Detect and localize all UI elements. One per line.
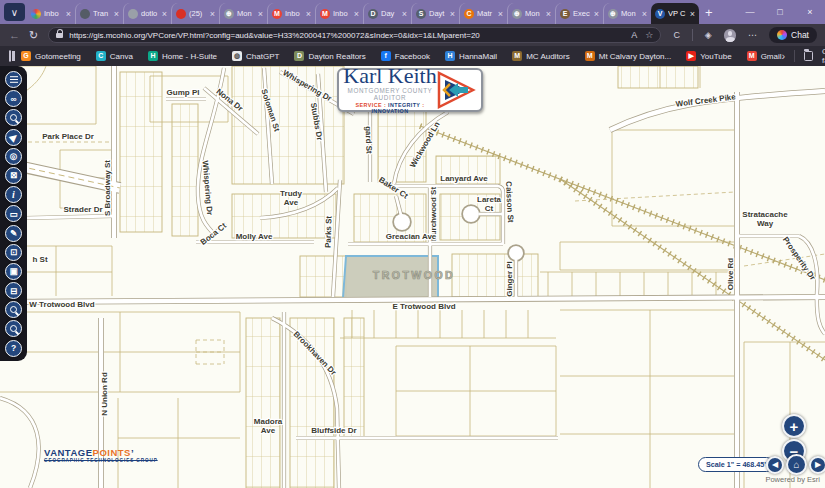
browser-tab-12[interactable]: EExec×	[555, 3, 603, 24]
back-icon[interactable]: ←	[9, 29, 20, 41]
browser-tab-strip: ∨ Inbo×Tran×dotlo×(25)×⊕Mon×MInbo×MInbo×…	[0, 0, 825, 24]
url-text[interactable]: https://gis.mcohio.org/VPCore/VP.html?co…	[69, 31, 623, 40]
tab-favicon: E	[560, 9, 570, 19]
refresh-icon[interactable]: ↻	[29, 29, 38, 42]
bookmark-mt-calvary-dayton[interactable]: MMt Calvary Dayton...	[585, 51, 671, 61]
bookmark-youtube[interactable]: ▶YouTube	[686, 51, 731, 61]
bookmark-gotomeeting[interactable]: GGotomeeting	[21, 51, 81, 61]
tab-close-icon[interactable]: ×	[162, 9, 167, 19]
tab-favicon: V	[655, 9, 665, 19]
tab-close-icon[interactable]: ×	[306, 9, 311, 19]
tab-close-icon[interactable]: ×	[594, 9, 599, 19]
folder-icon	[804, 51, 813, 61]
tool-locate[interactable]: ◎	[5, 148, 22, 165]
bookmark-facebook[interactable]: fFacebook	[381, 51, 430, 61]
tab-close-icon[interactable]: ×	[66, 9, 71, 19]
address-bar[interactable]: https://gis.mcohio.org/VPCore/VP.html?co…	[48, 27, 661, 43]
street-label: Gump Pl	[167, 88, 200, 97]
sidebar-toggle-icon[interactable]	[9, 50, 11, 62]
map-canvas[interactable]: Gump PlNona DrSoloman StWhispering DrStu…	[0, 66, 825, 488]
bookmark-favicon: M	[585, 51, 595, 61]
bookmark-canva[interactable]: CCanva	[96, 51, 133, 61]
powered-by-esri: Powered by Esri	[765, 475, 820, 484]
more-menu-icon[interactable]: ⋯	[748, 30, 757, 40]
bookmark-dayton-realtors[interactable]: DDayton Realtors	[294, 51, 365, 61]
profile-avatar[interactable]	[724, 29, 736, 42]
tool-query[interactable]	[5, 301, 22, 318]
tab-close-icon[interactable]: ×	[210, 9, 215, 19]
bookmarks-divider	[794, 50, 795, 62]
tab-close-icon[interactable]: ×	[498, 9, 503, 19]
browser-tab-4[interactable]: (25)×	[171, 3, 219, 24]
bookmarks-overflow-chevron[interactable]: ›	[782, 50, 786, 62]
zoom-in-button[interactable]: +	[782, 414, 806, 438]
browser-tab-9[interactable]: SDayt×	[411, 3, 459, 24]
vantage-brand-b: POINTS	[93, 447, 131, 458]
collections-icon[interactable]: ◈	[705, 30, 712, 40]
bookmark-favicon: D	[294, 51, 304, 61]
tool-measure[interactable]: ▭	[5, 205, 22, 222]
tool-help[interactable]: ?	[5, 340, 22, 357]
tool-info[interactable]: i	[5, 186, 22, 203]
logo-text: Karl Keith MONTGOMERY COUNTY AUDITOR SER…	[343, 66, 437, 114]
tool-print[interactable]: ⊟	[5, 282, 22, 299]
home-extent-button[interactable]: ⌂	[786, 454, 807, 475]
bookmark-label: YouTube	[700, 52, 731, 61]
browser-tab-7[interactable]: MInbo×	[315, 3, 363, 24]
browser-tab-3[interactable]: dotlo×	[123, 3, 171, 24]
browser-tab-6[interactable]: MInbo×	[267, 3, 315, 24]
close-button[interactable]: ×	[795, 7, 825, 17]
restore-button[interactable]: □	[765, 7, 795, 17]
tool-select[interactable]: ⊡	[5, 244, 22, 261]
street-label: StratacacheWay	[742, 210, 788, 228]
browser-tab-14[interactable]: VVP C×	[651, 3, 699, 24]
tool-binoculars-find[interactable]: ∞	[5, 90, 22, 107]
bookmark-mc-auditors[interactable]: MMC Auditors	[512, 51, 570, 61]
previous-extent-button[interactable]: ◀	[766, 456, 784, 474]
browser-essentials-icon[interactable]: C	[673, 30, 680, 40]
chat-label: Chat	[791, 30, 809, 40]
bookmark-gmail[interactable]: MGmail	[747, 51, 782, 61]
bookmark-label: Canva	[110, 52, 133, 61]
bookmark-favicon: M	[747, 51, 757, 61]
window-controls: — □ ×	[735, 0, 825, 24]
street-label: Park Place Dr	[42, 132, 94, 141]
browser-tab-2[interactable]: Tran×	[75, 3, 123, 24]
new-tab-button[interactable]: +	[705, 5, 713, 20]
tab-close-icon[interactable]: ×	[546, 9, 551, 19]
street-label: h St	[32, 255, 47, 264]
browser-tab-10[interactable]: CMatr×	[459, 3, 507, 24]
record-search-magnifier-icon	[10, 325, 17, 332]
tab-close-icon[interactable]: ×	[354, 9, 359, 19]
bookmark-home-h-suite[interactable]: HHome - H-Suite	[148, 51, 217, 61]
tool-pan[interactable]: ▶	[5, 129, 22, 146]
tab-search-button[interactable]: ∨	[4, 3, 25, 21]
tool-record-search[interactable]	[5, 320, 22, 337]
read-aloud-icon[interactable]: A	[631, 30, 637, 40]
bookmark-chatgpt[interactable]: ◍ChatGPT	[232, 51, 279, 61]
browser-tab-1[interactable]: Inbo×	[27, 3, 75, 24]
copilot-chat-button[interactable]: Chat	[769, 27, 817, 43]
tool-draw[interactable]: ✎	[5, 225, 22, 242]
tab-close-icon[interactable]: ×	[114, 9, 119, 19]
browser-tab-8[interactable]: DDay×	[363, 3, 411, 24]
tool-zoom-search[interactable]	[5, 109, 22, 126]
browser-tab-11[interactable]: ⊕Mon×	[507, 3, 555, 24]
tool-clear-selection[interactable]: ⊠	[5, 167, 22, 184]
bookmark-hannamail[interactable]: HHannaMail	[445, 51, 497, 61]
favorite-star-icon[interactable]: ☆	[645, 30, 653, 40]
browser-tab-5[interactable]: ⊕Mon×	[219, 3, 267, 24]
tab-title: Matr	[477, 9, 495, 18]
tab-favicon: D	[368, 9, 378, 19]
tool-screenshot[interactable]: ▣	[5, 263, 22, 280]
browser-tab-13[interactable]: ⊕Mon×	[603, 3, 651, 24]
minimize-button[interactable]: —	[735, 7, 765, 17]
bookmark-label: Gotomeeting	[35, 52, 81, 61]
next-extent-button[interactable]: ▶	[809, 456, 825, 474]
tab-close-icon[interactable]: ×	[258, 9, 263, 19]
tab-close-icon[interactable]: ×	[690, 9, 695, 19]
tool-menu[interactable]	[5, 71, 22, 88]
tab-close-icon[interactable]: ×	[450, 9, 455, 19]
tab-close-icon[interactable]: ×	[402, 9, 407, 19]
tab-close-icon[interactable]: ×	[642, 9, 647, 19]
